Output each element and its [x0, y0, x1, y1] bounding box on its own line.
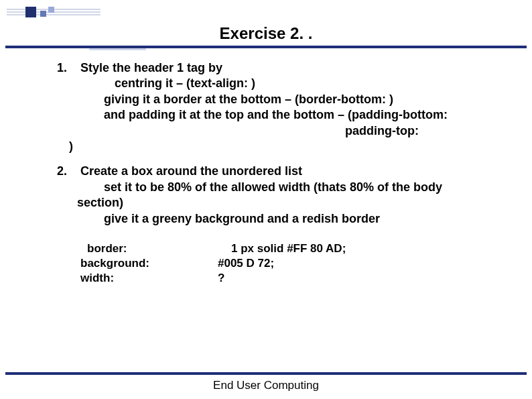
item1-sub-d: padding-top: — [57, 123, 505, 139]
list-item-2: 2. Create a box around the unordered lis… — [57, 164, 505, 286]
list-item-1: 1. Style the header 1 tag by centring it… — [57, 60, 505, 154]
footer-line — [5, 372, 527, 375]
item2-number: 2. — [57, 164, 77, 179]
item1-number: 1. — [57, 60, 77, 76]
css-val-width: ? — [218, 271, 224, 286]
item1-close-paren: ) — [57, 139, 505, 154]
title-underline — [5, 46, 527, 48]
item2-sub-a: set it to be 80% of the allowed width (t… — [57, 180, 505, 195]
item1-sub-b: giving it a border at the bottom – (bord… — [57, 92, 505, 107]
css-prop-width: width: — [80, 271, 218, 286]
item1-sub-a: centring it – (text-align: ) — [57, 76, 505, 91]
css-val-border: 1 px solid #FF 80 AD; — [231, 241, 346, 256]
slide-title: Exercise 2. . — [0, 24, 532, 43]
css-val-background: #005 D 72; — [218, 256, 274, 271]
footer-text: End User Computing — [0, 379, 532, 392]
item2-sub-b: give it a greeny background and a redish… — [57, 211, 505, 227]
css-prop-background: background: — [80, 256, 218, 271]
item2-lead: Create a box around the unordered list — [80, 164, 302, 178]
item1-sub-c: and padding it at the top and the bottom… — [57, 107, 505, 123]
item1-lead: Style the header 1 tag by — [80, 61, 222, 74]
css-example-block: border: 1 px solid #FF 80 AD; background… — [57, 241, 505, 286]
slide-content: 1. Style the header 1 tag by centring it… — [57, 60, 505, 295]
item2-sub-a-cont: section) — [57, 195, 505, 211]
css-prop-border: border: — [80, 241, 231, 256]
top-left-decoration — [7, 7, 101, 19]
